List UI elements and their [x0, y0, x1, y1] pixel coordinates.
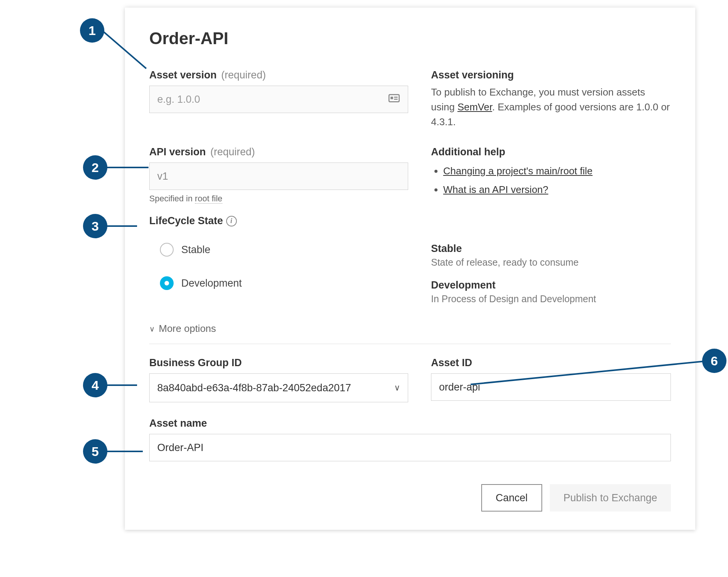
chevron-down-icon: ∨ — [149, 324, 155, 333]
cancel-button-label: Cancel — [496, 492, 528, 504]
asset-name-label: Asset name — [149, 418, 671, 429]
asset-version-input-wrap — [149, 86, 408, 113]
lifecycle-label-text: LifeCycle State — [149, 215, 223, 227]
required-tag: (required) — [211, 146, 255, 158]
additional-help-list: Changing a project's main/root file What… — [431, 162, 671, 199]
required-tag: (required) — [221, 69, 266, 81]
api-version-hint: Specified in root file — [149, 194, 408, 204]
radio-circle-selected-icon — [160, 276, 174, 290]
publish-button[interactable]: Publish to Exchange — [550, 484, 671, 512]
radio-stable[interactable]: Stable — [160, 243, 408, 257]
asset-id-label: Asset ID — [431, 357, 671, 369]
api-version-row: API version (required) v1 Specified in r… — [149, 146, 671, 204]
radio-label: Development — [181, 277, 242, 289]
lifecycle-radio-group: Stable Development — [149, 243, 408, 290]
ids-row: Business Group ID 8a840abd-e63a-4f8b-87a… — [149, 357, 671, 402]
callout-circle: 6 — [702, 349, 726, 373]
dialog-button-row: Cancel Publish to Exchange — [149, 484, 671, 512]
publish-button-label: Publish to Exchange — [564, 492, 657, 504]
callout-6: 6 — [702, 349, 726, 373]
svg-rect-7 — [391, 97, 393, 99]
state-stable-title: Stable — [431, 243, 671, 255]
versioning-help-text: To publish to Exchange, you must version… — [431, 85, 671, 129]
lifecycle-label: LifeCycle State i — [149, 215, 671, 227]
lifecycle-row: Stable Development Stable State of relea… — [149, 231, 671, 316]
semver-link[interactable]: SemVer — [457, 101, 492, 113]
business-group-value: 8a840abd-e63a-4f8b-87ab-24052eda2017 — [157, 382, 351, 394]
card-icon — [388, 92, 400, 107]
asset-name-input[interactable] — [157, 434, 663, 461]
help-link-apiversion[interactable]: What is an API version? — [443, 184, 548, 195]
additional-help-title: Additional help — [431, 146, 671, 158]
asset-version-input[interactable] — [157, 86, 388, 113]
publish-dialog: Order-API Asset version (required) Asset… — [125, 8, 695, 530]
asset-id-input-wrap — [431, 373, 671, 401]
state-stable-desc: State of release, ready to consume — [431, 257, 671, 268]
more-options-label: More options — [159, 323, 216, 335]
radio-label: Stable — [181, 244, 211, 256]
asset-version-label: Asset version (required) — [149, 69, 408, 81]
api-version-label: API version (required) — [149, 146, 408, 158]
callout-4: 4 — [83, 373, 107, 397]
callout-circle: 5 — [83, 439, 107, 464]
callout-5: 5 — [83, 439, 107, 464]
asset-id-input[interactable] — [439, 374, 663, 400]
callout-3: 3 — [83, 214, 107, 238]
help-item: What is an API version? — [443, 180, 671, 199]
more-options-toggle[interactable]: ∨ More options — [149, 323, 671, 335]
callout-circle: 3 — [83, 214, 107, 238]
api-version-hint-prefix: Specified in — [149, 194, 195, 203]
asset-version-row: Asset version (required) Asset versionin… — [149, 69, 671, 129]
radio-development[interactable]: Development — [160, 276, 408, 290]
root-file-link[interactable]: root file — [195, 194, 222, 204]
dialog-title: Order-API — [149, 29, 671, 48]
api-version-label-text: API version — [149, 146, 206, 158]
business-group-label: Business Group ID — [149, 357, 408, 369]
radio-circle-icon — [160, 243, 174, 257]
api-version-input-wrap: v1 — [149, 163, 408, 190]
help-link-rootfile[interactable]: Changing a project's main/root file — [443, 165, 592, 177]
asset-name-section: Asset name — [149, 418, 671, 461]
state-dev-title: Development — [431, 279, 671, 291]
versioning-help-title: Asset versioning — [431, 69, 671, 81]
callout-2: 2 — [83, 155, 107, 180]
cancel-button[interactable]: Cancel — [481, 484, 542, 512]
info-icon[interactable]: i — [226, 216, 237, 226]
callout-circle: 2 — [83, 155, 107, 180]
callout-1: 1 — [80, 18, 104, 43]
api-version-value: v1 — [157, 171, 168, 182]
asset-version-label-text: Asset version — [149, 69, 217, 81]
callout-circle: 4 — [83, 373, 107, 397]
divider — [149, 344, 671, 344]
business-group-select[interactable]: 8a840abd-e63a-4f8b-87ab-24052eda2017 ∨ — [149, 373, 408, 402]
chevron-down-icon: ∨ — [394, 383, 400, 393]
state-dev-desc: In Process of Design and Development — [431, 293, 671, 304]
callout-circle: 1 — [80, 18, 104, 43]
help-item: Changing a project's main/root file — [443, 162, 671, 180]
asset-name-input-wrap — [149, 434, 671, 461]
